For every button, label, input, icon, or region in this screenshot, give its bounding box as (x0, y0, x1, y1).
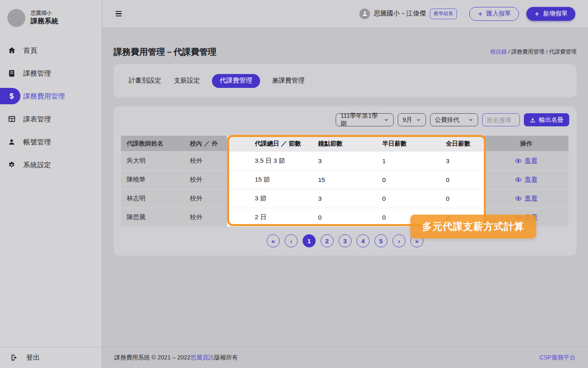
topbar: 思騰國小－江偉傑 教學組長 匯入假單 新增假單 (102, 0, 588, 28)
logout-icon (11, 354, 18, 361)
sidebar-nav: 首頁 課務管理 $ 課務費用管理 課表管理 (0, 39, 102, 347)
cell-internal-external: 校外 (184, 170, 227, 189)
plus-icon (534, 11, 540, 17)
add-leave-button[interactable]: 新增假單 (526, 7, 575, 21)
cell-full-day-pay: 0 (439, 170, 484, 189)
feature-callout: 多元代課支薪方式計算 (410, 215, 536, 238)
cell-hourly-periods: 0 (311, 208, 375, 227)
page-4-button[interactable]: 4 (356, 234, 370, 247)
logout-button[interactable]: 登出 (0, 347, 102, 368)
name-search-input[interactable] (482, 113, 520, 126)
tab-pay-settings[interactable]: 支薪設定 (173, 76, 201, 85)
csp-platform-link[interactable]: CSP服務平台 (539, 354, 575, 361)
table-row: 陳曉華 校外 15 節 15 0 0 查看 (121, 170, 568, 189)
cell-total-days-periods: 2 日 (227, 208, 311, 227)
next-page-button[interactable]: › (392, 234, 405, 247)
home-icon (0, 46, 23, 54)
cell-hourly-periods: 3 (311, 151, 375, 170)
table-row: 吳大明 校外 3.5 日 3 節 3 1 3 查看 (121, 151, 568, 170)
month-select[interactable]: 9月 (398, 113, 426, 126)
menu-toggle-icon[interactable] (116, 11, 122, 17)
page-3-button[interactable]: 3 (339, 234, 352, 247)
app-window: 思騰國小 課務系統 首頁 課務管理 $ 課務費用管理 (0, 0, 588, 368)
chevron-down-icon (468, 117, 473, 122)
cell-internal-external: 校外 (184, 151, 227, 170)
school-name: 思騰國小 (31, 9, 58, 17)
eye-icon (515, 157, 522, 164)
col-header-total-days-periods: 代課總日 ／ 節數 (227, 136, 311, 151)
col-header-actions: 操作 (484, 136, 568, 151)
col-header-hourly-periods: 鐘點節數 (311, 136, 375, 151)
sidebar-item-timetable-management[interactable]: 課表管理 (0, 108, 102, 130)
content-area: 課務費用管理－代課費管理 根目錄 / 課務費用管理 / 代課費管理 計畫別設定 … (102, 28, 588, 347)
sidebar: 思騰國小 課務系統 首頁 課務管理 $ 課務費用管理 (0, 0, 102, 368)
sidebar-item-account-management[interactable]: 帳號管理 (0, 130, 102, 153)
cell-total-days-periods: 3 節 (227, 189, 311, 208)
logout-label: 登出 (26, 353, 40, 362)
first-page-button[interactable]: « (267, 234, 280, 247)
cell-teacher-name: 吳大明 (121, 151, 184, 170)
tab-plan-settings[interactable]: 計畫別設定 (128, 76, 162, 85)
cell-teacher-name: 林志明 (121, 189, 184, 208)
eye-icon (515, 195, 522, 202)
sidebar-item-label: 首頁 (23, 46, 37, 55)
sidebar-item-label: 帳號管理 (23, 137, 51, 147)
eye-icon (515, 176, 522, 183)
page-1-button[interactable]: 1 (303, 234, 316, 247)
table-row: 林志明 校外 3 節 3 0 0 查看 (121, 189, 568, 208)
main-area: 思騰國小－江偉傑 教學組長 匯入假單 新增假單 課務費用管理－代課費管理 根目錄… (102, 0, 588, 368)
tab-substitute-fee[interactable]: 代課費管理 (212, 74, 260, 88)
table-icon (0, 115, 23, 123)
substitute-fee-table: 代課教師姓名 校內 ／ 外 代課總日 ／ 節數 鐘點節數 半日薪數 全日薪數 操… (121, 136, 568, 227)
chevron-down-icon (384, 117, 389, 122)
dollar-icon: $ (0, 92, 23, 101)
footer: 課務費用系統 © 2021 – 2022 思騰資訊 版權所有 CSP服務平台 (102, 347, 588, 368)
book-icon (0, 70, 23, 77)
tabs-bar: 計畫別設定 支薪設定 代課費管理 兼課費管理 (114, 64, 577, 97)
cell-internal-external: 校外 (184, 189, 227, 208)
pay-type-select[interactable]: 公費排代 (430, 113, 478, 126)
copyright-suffix: 版權所有 (214, 354, 238, 361)
cell-teacher-name: 陳思騰 (121, 208, 184, 227)
col-header-full-day-pay: 全日薪數 (439, 136, 484, 151)
col-header-internal-external: 校內 ／ 外 (184, 136, 227, 151)
view-link[interactable]: 查看 (515, 175, 537, 184)
sidebar-item-home[interactable]: 首頁 (0, 39, 102, 62)
chevron-down-icon (416, 117, 421, 122)
cell-half-day-pay: 1 (375, 151, 439, 170)
copyright-text: 課務費用系統 © 2021 – 2022 (114, 354, 190, 361)
role-badge: 教學組長 (430, 9, 457, 19)
cell-full-day-pay: 3 (439, 151, 484, 170)
gear-icon (0, 161, 23, 169)
download-icon (530, 117, 536, 123)
page-2-button[interactable]: 2 (321, 234, 334, 247)
user-avatar (359, 9, 370, 19)
breadcrumb-root-link[interactable]: 根目錄 (490, 49, 507, 55)
sidebar-item-course-management[interactable]: 課務管理 (0, 62, 102, 85)
view-link[interactable]: 查看 (515, 194, 537, 203)
cell-half-day-pay: 0 (375, 170, 439, 189)
sidebar-item-label: 課務費用管理 (23, 92, 65, 101)
table-header-row: 代課教師姓名 校內 ／ 外 代課總日 ／ 節數 鐘點節數 半日薪數 全日薪數 操… (121, 136, 568, 151)
sidebar-item-system-settings[interactable]: 系統設定 (0, 153, 102, 176)
sidebar-header: 思騰國小 課務系統 (0, 0, 102, 31)
cell-hourly-periods: 15 (311, 170, 375, 189)
tab-parttime-fee[interactable]: 兼課費管理 (271, 76, 305, 85)
plus-icon (477, 11, 483, 17)
cell-half-day-pay: 0 (375, 189, 439, 208)
export-roster-button[interactable]: 輸出名冊 (524, 113, 569, 126)
semester-select[interactable]: 111學年第1學期 (336, 113, 394, 126)
vendor-link[interactable]: 思騰資訊 (190, 354, 214, 361)
view-link[interactable]: 查看 (515, 157, 537, 165)
page-title: 課務費用管理－代課費管理 (114, 46, 216, 58)
breadcrumb-path: / 課務費用管理 / 代課費管理 (507, 49, 577, 55)
sidebar-item-course-fee-management[interactable]: $ 課務費用管理 (0, 85, 102, 108)
sidebar-item-label: 系統設定 (23, 160, 51, 170)
prev-page-button[interactable]: ‹ (285, 234, 298, 247)
col-header-half-day-pay: 半日薪數 (375, 136, 439, 151)
import-leave-button[interactable]: 匯入假單 (469, 7, 519, 21)
cell-internal-external: 校外 (184, 208, 227, 227)
page-5-button[interactable]: 5 (374, 234, 388, 247)
sidebar-item-label: 課務管理 (23, 69, 51, 78)
cell-teacher-name: 陳曉華 (121, 170, 184, 189)
